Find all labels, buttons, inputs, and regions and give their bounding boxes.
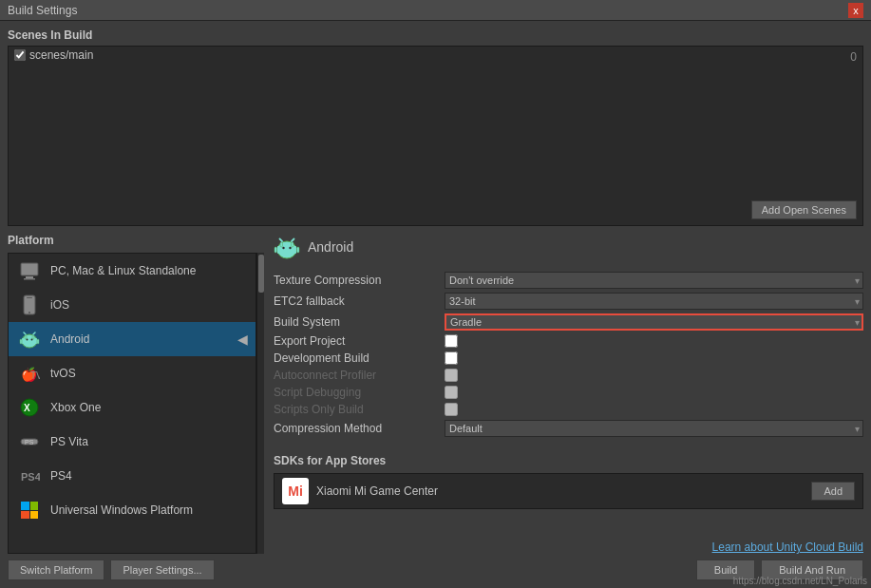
development-build-label: Development Build (274, 351, 445, 365)
etc2-fallback-select[interactable]: 32-bit (445, 293, 863, 310)
sdk-info: Mi Xiaomi Mi Game Center (282, 478, 438, 504)
svg-rect-32 (297, 247, 300, 253)
svg-line-36 (292, 239, 294, 242)
window-title: Build Settings (8, 4, 77, 17)
ps4-name: PS4 (50, 469, 72, 483)
svg-rect-25 (21, 511, 29, 519)
svg-text:PS: PS (25, 439, 34, 446)
platform-label: Platform (8, 234, 264, 247)
main-content: Scenes In Build scenes/main 0 Add Open S… (0, 21, 871, 588)
android-arrow: ◀ (237, 332, 248, 347)
scripts-only-build-label: Scripts Only Build (274, 403, 445, 416)
android-settings-title: Android (308, 239, 353, 255)
bottom-section: Platform PC, Mac & Linux Standalone (8, 234, 863, 580)
xiaomi-add-button[interactable]: Add (811, 482, 855, 501)
platform-item-android[interactable]: Android ◀ (9, 322, 256, 356)
export-project-label: Export Project (274, 334, 445, 348)
sdk-row-xiaomi: Mi Xiaomi Mi Game Center Add (274, 473, 863, 509)
xiaomi-name: Xiaomi Mi Game Center (316, 484, 438, 498)
android-header-icon (274, 234, 300, 260)
xiaomi-icon: Mi (282, 478, 309, 504)
android-name: Android (50, 332, 89, 346)
uwp-name: Universal Windows Platform (50, 503, 193, 517)
etc2-fallback-label: ETC2 fallback (274, 294, 445, 308)
scripts-only-build-checkbox (445, 403, 458, 416)
script-debugging-label: Script Debugging (274, 386, 445, 399)
svg-text:PS4: PS4 (21, 471, 40, 483)
svg-point-33 (282, 247, 284, 249)
svg-rect-9 (32, 335, 34, 339)
platform-item-psvita[interactable]: PS PS Vita (9, 425, 256, 459)
platform-item-standalone[interactable]: PC, Mac & Linux Standalone (9, 254, 256, 288)
ios-icon (18, 294, 41, 316)
svg-point-5 (28, 312, 30, 313)
texture-compression-label: Texture Compression (274, 274, 445, 287)
autoconnect-profiler-checkbox (445, 369, 458, 382)
uwp-icon (18, 499, 41, 522)
svg-rect-23 (21, 502, 29, 510)
export-project-checkbox[interactable] (445, 334, 458, 348)
svg-line-35 (280, 239, 283, 242)
platform-item-xboxone[interactable]: X Xbox One (9, 390, 256, 425)
scene-checkbox[interactable] (14, 49, 26, 61)
svg-rect-28 (277, 246, 296, 254)
texture-compression-wrapper: Don't override (445, 272, 863, 289)
psvita-icon: PS (18, 430, 41, 453)
svg-point-12 (27, 339, 28, 341)
texture-compression-select[interactable]: Don't override (445, 272, 863, 289)
svg-rect-24 (30, 502, 38, 510)
compression-method-label: Compression Method (274, 422, 445, 435)
scenes-header: Scenes In Build (8, 28, 863, 42)
script-debugging-checkbox (445, 386, 458, 399)
add-open-scenes-button[interactable]: Add Open Scenes (751, 200, 857, 219)
compression-method-wrapper: Default (445, 420, 863, 437)
platform-list: PC, Mac & Linux Standalone iOS (8, 253, 256, 554)
platform-item-uwp[interactable]: Universal Windows Platform (9, 493, 256, 527)
svg-rect-4 (27, 297, 32, 298)
platform-item-ios[interactable]: iOS (9, 288, 256, 322)
tvos-icon: 🍎 TV (18, 362, 41, 385)
svg-rect-30 (292, 242, 294, 247)
ios-name: iOS (50, 298, 69, 312)
svg-point-34 (289, 247, 291, 249)
psvita-name: PS Vita (50, 435, 88, 448)
build-settings-panel: Android Texture Compression Don't overri… (264, 234, 863, 580)
sdks-header: SDKs for App Stores (274, 454, 863, 467)
svg-rect-26 (30, 511, 38, 519)
cloud-build-link[interactable]: Learn about Unity Cloud Build (274, 535, 863, 554)
platform-item-ps4[interactable]: PS4 PS4 (9, 459, 256, 493)
platform-scrollbar[interactable] (256, 253, 264, 554)
android-platform-icon (18, 328, 41, 351)
compression-method-select[interactable]: Default (445, 420, 863, 437)
build-system-wrapper: Gradle (445, 313, 863, 331)
autoconnect-profiler-label: Autoconnect Profiler (274, 369, 445, 382)
xboxone-icon: X (18, 396, 41, 419)
development-build-checkbox[interactable] (445, 351, 458, 365)
player-settings-button[interactable]: Player Settings... (110, 560, 214, 580)
platform-list-container: PC, Mac & Linux Standalone iOS (8, 253, 264, 554)
close-button[interactable]: x (848, 3, 863, 18)
svg-point-13 (31, 339, 33, 341)
tvos-name: tvOS (50, 367, 76, 380)
scenes-section: Scenes In Build scenes/main 0 Add Open S… (8, 28, 863, 226)
svg-rect-1 (26, 276, 33, 278)
standalone-name: PC, Mac & Linux Standalone (50, 264, 196, 277)
settings-grid: Texture Compression Don't override ETC2 … (274, 272, 863, 437)
watermark: https://blog.csdn.net/LN_Polaris (733, 576, 867, 586)
etc2-fallback-wrapper: 32-bit (445, 293, 863, 310)
build-system-select[interactable]: Gradle (445, 313, 863, 331)
platform-item-tvos[interactable]: 🍎 TV tvOS (9, 356, 256, 390)
scene-item: scenes/main 0 (9, 47, 862, 64)
svg-text:TV: TV (30, 370, 40, 381)
svg-rect-10 (20, 339, 22, 344)
svg-line-14 (24, 332, 26, 334)
svg-text:X: X (24, 403, 30, 413)
switch-platform-button[interactable]: Switch Platform (8, 560, 104, 580)
svg-rect-31 (275, 247, 277, 253)
scrollbar-thumb (258, 255, 264, 293)
ps4-icon: PS4 (18, 465, 41, 487)
android-header: Android (274, 234, 863, 260)
scenes-list: scenes/main 0 Add Open Scenes (8, 46, 863, 226)
title-bar: Build Settings x (0, 0, 871, 21)
scene-index: 0 (850, 50, 857, 64)
